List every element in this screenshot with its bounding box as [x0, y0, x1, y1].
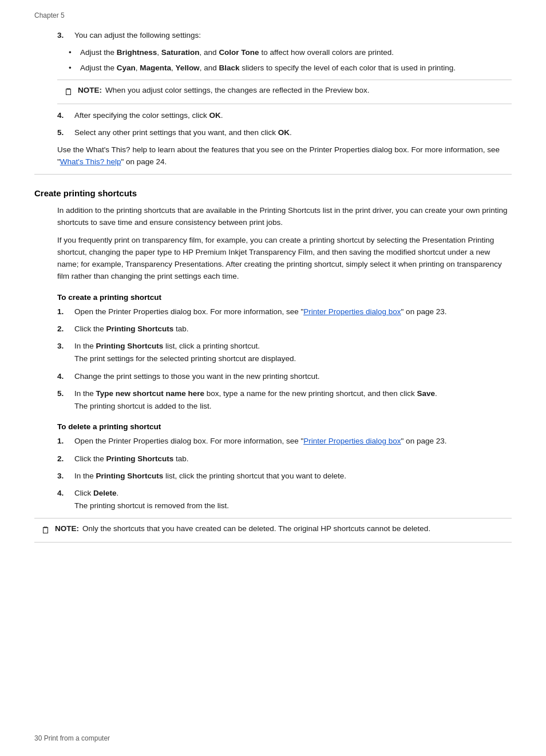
section-heading-create-shortcuts: Create printing shortcuts [34, 188, 512, 198]
delete-step-3: 3. In the Printing Shortcuts list, click… [57, 470, 512, 482]
delete-step-2-text: Click the Printing Shortcuts tab. [74, 453, 189, 465]
note-1-label: NOTE: [78, 86, 102, 94]
delete-step-1: 1. Open the Printer Properties dialog bo… [57, 436, 512, 447]
step-5-text: Select any other print settings that you… [74, 127, 292, 138]
page: Chapter 5 3. You can adjust the followin… [0, 0, 546, 756]
create-step-5: 5. In the Type new shortcut name here bo… [57, 388, 512, 413]
bullet-item-2: • Adjust the Cyan, Magenta, Yellow, and … [69, 62, 512, 74]
bullet-list: • Adjust the Brightness, Saturation, and… [69, 47, 512, 74]
page-footer: 30 Print from a computer [34, 734, 110, 742]
create-step-3-content: In the Printing Shortcuts list, click a … [74, 341, 296, 365]
delete-step-2-num: 2. [57, 453, 74, 465]
step-3-text: You can adjust the following settings: [74, 30, 201, 41]
create-step-2-text: Click the Printing Shortcuts tab. [74, 323, 189, 335]
create-step-2: 2. Click the Printing Shortcuts tab. [57, 323, 512, 335]
bullet-dot-2: • [69, 62, 80, 74]
bullet-2-text: Adjust the Cyan, Magenta, Yellow, and Bl… [80, 62, 456, 74]
step-5: 5. Select any other print settings that … [57, 127, 512, 138]
whatsthis-link[interactable]: What's This? help [60, 157, 121, 166]
bullet-1-text: Adjust the Brightness, Saturation, and C… [80, 47, 394, 58]
intro-para-2: If you frequently print on transparency … [57, 235, 512, 283]
note-box-1: 🗒 NOTE:When you adjust color settings, t… [57, 80, 512, 104]
create-step-2-num: 2. [57, 323, 74, 335]
create-step-4-text: Change the print settings to those you w… [74, 371, 320, 382]
step-4: 4. After specifying the color settings, … [57, 110, 512, 121]
delete-step-4-num: 4. [57, 488, 74, 512]
create-step-5-num: 5. [57, 388, 74, 413]
create-step-3-sub: The print settings for the selected prin… [74, 353, 296, 365]
create-shortcut-heading: To create a printing shortcut [57, 293, 512, 302]
note-2-label: NOTE: [55, 524, 79, 533]
delete-step-4: 4. Click Delete. The printing shortcut i… [57, 488, 512, 512]
intro-para-1: In addition to the printing shortcuts th… [57, 205, 512, 229]
delete-step-2: 2. Click the Printing Shortcuts tab. [57, 453, 512, 465]
step-4-text: After specifying the color settings, cli… [74, 110, 223, 121]
create-step-3-main: In the Printing Shortcuts list, click a … [74, 341, 296, 352]
note-2-content: NOTE:Only the shortcuts that you have cr… [55, 523, 430, 535]
delete-step-1-num: 1. [57, 436, 74, 447]
delete-step-4-sub: The printing shortcut is removed from th… [74, 500, 229, 512]
note-icon-1: 🗒 [64, 85, 73, 99]
create-step-4: 4. Change the print settings to those yo… [57, 371, 512, 382]
create-step-1: 1. Open the Printer Properties dialog bo… [57, 306, 512, 318]
printer-properties-link-1[interactable]: Printer Properties dialog box [303, 307, 401, 316]
note-icon-2: 🗒 [41, 524, 50, 537]
create-step-3-num: 3. [57, 341, 74, 365]
delete-step-4-main: Click Delete. [74, 488, 229, 499]
note-1-content: NOTE:When you adjust color settings, the… [78, 85, 370, 96]
chapter-header: Chapter 5 [34, 11, 512, 19]
create-step-5-sub: The printing shortcut is added to the li… [74, 401, 437, 412]
bullet-dot-1: • [69, 47, 80, 58]
delete-step-3-num: 3. [57, 470, 74, 482]
delete-shortcut-heading: To delete a printing shortcut [57, 422, 512, 431]
note-1-text: When you adjust color settings, the chan… [105, 86, 370, 94]
delete-step-4-content: Click Delete. The printing shortcut is r… [74, 488, 229, 512]
step-4-number: 4. [57, 110, 74, 121]
step-3-number: 3. [57, 30, 74, 41]
whatsthis-para: Use the What's This? help to learn about… [57, 144, 512, 168]
create-step-1-text: Open the Printer Properties dialog box. … [74, 306, 446, 318]
step-3: 3. You can adjust the following settings… [57, 30, 512, 41]
printer-properties-link-2[interactable]: Printer Properties dialog box [303, 437, 401, 445]
note-box-2: 🗒 NOTE:Only the shortcuts that you have … [34, 518, 512, 543]
delete-step-3-text: In the Printing Shortcuts list, click th… [74, 470, 346, 482]
create-step-5-content: In the Type new shortcut name here box, … [74, 388, 437, 413]
bullet-item-1: • Adjust the Brightness, Saturation, and… [69, 47, 512, 58]
create-step-5-main: In the Type new shortcut name here box, … [74, 388, 437, 399]
section-divider [34, 174, 512, 175]
create-step-4-num: 4. [57, 371, 74, 382]
create-step-3: 3. In the Printing Shortcuts list, click… [57, 341, 512, 365]
step-5-number: 5. [57, 127, 74, 138]
delete-step-1-text: Open the Printer Properties dialog box. … [74, 436, 446, 447]
create-step-1-num: 1. [57, 306, 74, 318]
note-2-text: Only the shortcuts that you have created… [82, 524, 430, 533]
